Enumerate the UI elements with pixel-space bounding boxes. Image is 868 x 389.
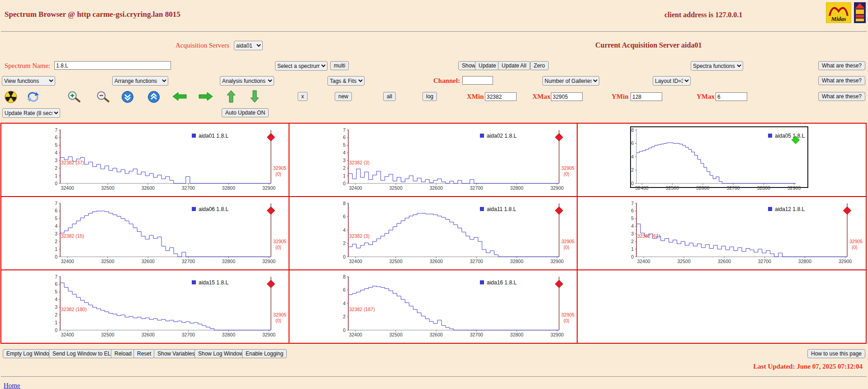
auto-update-button[interactable]: Auto Update ON xyxy=(222,108,269,117)
radiation-icon[interactable] xyxy=(5,91,17,105)
arrow-down-icon[interactable] xyxy=(250,90,260,105)
arrange-functions-select[interactable]: Arrange functions xyxy=(112,76,168,86)
x-tick-label: 32700 xyxy=(726,185,740,191)
enable-logging-button[interactable]: Enable Logging xyxy=(242,349,287,358)
secondary-logo[interactable] xyxy=(854,2,866,25)
chart-cell-empty xyxy=(578,270,866,343)
y-tick-label: 4 xyxy=(631,223,634,229)
zero-button[interactable]: Zero xyxy=(530,61,549,70)
xmax-marker-diamond[interactable] xyxy=(844,207,851,215)
layout-id-select[interactable]: Layout ID=3 xyxy=(653,76,691,86)
update-button[interactable]: Update xyxy=(475,61,500,70)
chart-cell-aida06[interactable]: 0123456732400325003260032700328003290032… xyxy=(1,197,289,270)
reload-button[interactable]: Reload xyxy=(111,349,135,358)
spectrum-browser-page: Spectrum Browser @ http carme-gsi.cryrin… xyxy=(0,0,868,389)
xmax-marker-diamond[interactable] xyxy=(555,280,563,288)
spectrum-trace xyxy=(636,224,847,257)
spectrum-name-input[interactable] xyxy=(54,61,171,70)
xmax-marker-diamond[interactable] xyxy=(267,134,275,141)
arrow-right-icon[interactable] xyxy=(198,91,213,103)
new-button[interactable]: new xyxy=(335,92,352,101)
xmax-input[interactable] xyxy=(551,92,583,101)
show-log-window-button[interactable]: Show Log Window xyxy=(194,349,247,358)
select-a-spectrum[interactable]: Select a spectrum xyxy=(275,61,327,71)
spectrum-trace xyxy=(60,157,271,183)
home-link[interactable]: Home xyxy=(4,382,20,389)
chart-cell-aida05[interactable]: 02468324003250032600327003280032900aida0… xyxy=(578,124,866,197)
acquisition-row: Acquisition Servers aida01 Current Acqui… xyxy=(0,40,868,53)
header-logos: Midas xyxy=(826,2,866,25)
arrow-up-icon[interactable] xyxy=(226,90,236,105)
log-button[interactable]: log xyxy=(422,92,437,101)
view-functions-select[interactable]: View functions xyxy=(2,76,55,86)
xmin-annotation: 32382 (187) xyxy=(349,307,375,312)
what-are-these-button[interactable]: What are these? xyxy=(818,92,865,101)
arrow-left-icon[interactable] xyxy=(172,91,187,103)
zoom-in-icon[interactable] xyxy=(67,91,81,105)
chart-cell-aida02[interactable]: 0123456732400325003260032700328003290032… xyxy=(289,124,578,197)
y-tick-label: 4 xyxy=(55,150,57,155)
x-tick-label: 32500 xyxy=(101,259,114,264)
y-tick-label: 2 xyxy=(343,240,346,246)
chart-cell-aida12[interactable]: 0123456732400325003260032700328003290032… xyxy=(578,197,866,270)
update-rate-select[interactable]: Update Rate (8 secs) xyxy=(2,108,60,118)
scroll-up-icon[interactable] xyxy=(147,91,160,105)
xmin-annotation: 32382 (15) xyxy=(61,233,84,239)
y-tick-label: 6 xyxy=(631,208,634,213)
y-tick-label: 6 xyxy=(631,140,634,146)
number-of-galleries-select[interactable]: Number of Galleries xyxy=(542,76,599,86)
chart-cell-aida11[interactable]: 0246832400325003260032700328003290032382… xyxy=(289,197,578,270)
y-tick-label: 7 xyxy=(55,127,57,133)
y-tick-label: 7 xyxy=(631,201,634,206)
x-tick-label: 32800 xyxy=(510,332,523,337)
scroll-down-icon[interactable] xyxy=(121,91,134,105)
what-are-these-button[interactable]: What are these? xyxy=(818,61,865,70)
spectra-gallery: 0123456732400325003260032700328003290032… xyxy=(0,123,867,344)
x-tick-label: 32800 xyxy=(222,332,235,337)
tags-fits-select[interactable]: Tags & Fits xyxy=(327,76,365,86)
x-tick-label: 32600 xyxy=(142,185,155,191)
xmax-marker-diamond[interactable] xyxy=(555,207,563,215)
x-tick-label: 32900 xyxy=(550,332,564,337)
show-variables-button[interactable]: Show Variables xyxy=(154,349,199,358)
spectrum-plot-aida06: 0123456732400325003260032700328003290032… xyxy=(1,197,289,269)
channel-input[interactable] xyxy=(462,76,493,85)
update-all-button[interactable]: Update All xyxy=(498,61,530,70)
analysis-functions-select[interactable]: Analysis functions xyxy=(220,76,274,86)
ymin-input[interactable] xyxy=(631,92,662,101)
x-tick-label: 32900 xyxy=(262,259,275,264)
zoom-out-icon[interactable] xyxy=(96,91,110,105)
xmax-marker-diamond[interactable] xyxy=(267,207,275,215)
midas-logo[interactable]: Midas xyxy=(826,2,851,25)
legend-swatch xyxy=(768,134,772,138)
send-log-window-button[interactable]: Send Log Window to ELog xyxy=(49,349,120,358)
footer-button-row: Empty Log Window Send Log Window to ELog… xyxy=(0,348,868,361)
chart-cell-aida01[interactable]: 0123456732400325003260032700328003290032… xyxy=(1,124,289,197)
spectra-functions-select[interactable]: Spectra functions xyxy=(691,61,743,71)
y-tick-label: 7 xyxy=(55,201,57,206)
chart-cell-aida16[interactable]: 0246832400325003260032700328003290032382… xyxy=(289,270,578,343)
chart-cell-aida15[interactable]: 0123456732400325003260032700328003290032… xyxy=(1,270,289,343)
x-button[interactable]: x xyxy=(298,92,308,101)
y-tick-label: 2 xyxy=(55,312,57,317)
multi-button[interactable]: multi xyxy=(330,61,349,70)
secondary-logo-image xyxy=(854,2,866,23)
x-tick-label: 32600 xyxy=(696,185,709,191)
x-tick-label: 32700 xyxy=(182,185,195,191)
xmax-marker-diamond[interactable] xyxy=(555,134,563,141)
refresh-icon[interactable] xyxy=(26,91,40,105)
x-tick-label: 32600 xyxy=(430,332,443,337)
xmax-marker-diamond[interactable] xyxy=(267,280,275,288)
xmax-annotation: 32905(0) xyxy=(561,312,574,323)
acquisition-server-select[interactable]: aida01 xyxy=(234,41,263,50)
xmin-input[interactable] xyxy=(485,92,517,101)
all-button[interactable]: all xyxy=(383,92,396,101)
xmax-annotation: 32905(0) xyxy=(273,239,286,250)
reset-button[interactable]: Reset xyxy=(133,349,155,358)
what-are-these-button[interactable]: What are these? xyxy=(818,76,865,85)
how-to-use-button[interactable]: How to use this page xyxy=(807,349,865,358)
x-tick-label: 32800 xyxy=(510,259,523,264)
y-tick-label: 0 xyxy=(343,181,346,186)
ymax-input[interactable] xyxy=(716,92,747,101)
y-tick-label: 5 xyxy=(55,142,57,148)
